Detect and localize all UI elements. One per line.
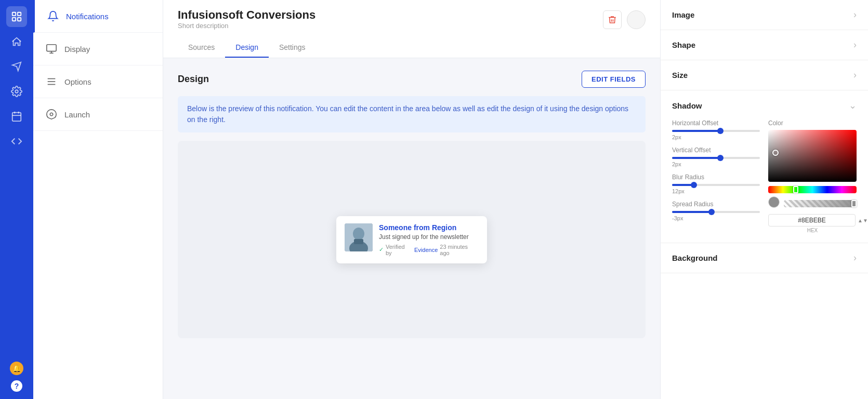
svg-rect-19 — [354, 239, 363, 244]
spread-radius-label: Spread Radius — [672, 201, 760, 208]
hue-thumb — [793, 186, 798, 193]
toggle-button[interactable] — [627, 10, 646, 29]
hex-label: HEX — [768, 228, 857, 233]
background-chevron-icon: › — [853, 252, 857, 263]
sidebar-item-launch[interactable]: Launch — [33, 98, 163, 131]
svg-rect-5 — [12, 113, 21, 122]
verified-check-icon: ✓ — [379, 246, 384, 253]
sidebar-nav: 🔔 ? — [0, 0, 33, 399]
image-section-header[interactable]: Image › — [672, 9, 857, 20]
horizontal-offset-label: Horizontal Offset — [672, 119, 760, 127]
svg-point-17 — [353, 228, 364, 240]
background-section: Background › — [661, 243, 868, 273]
horizontal-offset-slider[interactable] — [672, 130, 760, 132]
shape-section-title: Shape — [672, 41, 695, 49]
tab-sources[interactable]: Sources — [178, 38, 225, 58]
sidebar-item-display[interactable]: Display — [33, 33, 163, 65]
spread-radius-value: -3px — [672, 215, 760, 221]
shadow-chevron-icon: ⌄ — [849, 100, 857, 111]
svg-rect-3 — [18, 18, 21, 21]
page-title: Infusionsoft Conversions — [178, 8, 315, 22]
svg-rect-0 — [12, 12, 16, 16]
svg-rect-1 — [18, 12, 21, 16]
design-section-title: Design — [178, 74, 209, 85]
tab-design[interactable]: Design — [225, 38, 269, 58]
main-content: Infusionsoft Conversions Short descripti… — [163, 0, 660, 399]
color-picker: Color ▲▼ HEX — [768, 119, 857, 233]
sidebar-item-launch-label: Launch — [64, 110, 90, 119]
tabs: Sources Design Settings — [178, 38, 646, 58]
shadow-section-title: Shadow — [672, 101, 702, 110]
spread-radius-slider[interactable] — [672, 211, 760, 213]
edit-fields-button[interactable]: EDIT FIELDS — [582, 71, 646, 88]
verified-by: Evidence — [414, 247, 438, 253]
image-section-title: Image — [672, 10, 694, 19]
info-banner: Below is the preview of this notificatio… — [178, 96, 646, 132]
home-icon[interactable] — [6, 31, 27, 52]
color-cursor — [772, 150, 779, 156]
shadow-controls: Horizontal Offset 2px Vertical Offset 2p… — [672, 119, 760, 233]
svg-rect-9 — [47, 45, 56, 51]
opacity-bar[interactable] — [784, 200, 857, 207]
sidebar-item-options[interactable]: Options — [33, 65, 163, 98]
gear-icon[interactable] — [6, 81, 27, 102]
design-area: Design EDIT FIELDS Below is the preview … — [163, 58, 660, 399]
time-ago: 23 minutes ago — [440, 244, 479, 256]
background-section-header[interactable]: Background › — [672, 252, 857, 263]
notification-name: Someone from Region — [379, 223, 479, 232]
shape-chevron-icon: › — [853, 39, 857, 50]
notification-bell-icon[interactable]: 🔔 — [10, 362, 23, 375]
sidebar-menu: Notifications Display Options Launch — [33, 0, 163, 399]
hue-bar[interactable] — [768, 186, 857, 193]
image-section: Image › — [661, 0, 868, 30]
hex-arrows[interactable]: ▲▼ — [858, 218, 868, 223]
calendar-icon[interactable] — [6, 106, 27, 127]
size-section: Size › — [661, 60, 868, 90]
sidebar-item-display-label: Display — [64, 45, 90, 54]
vertical-offset-slider[interactable] — [672, 157, 760, 159]
preview-area: Someone from Region Just signed up for t… — [178, 141, 646, 338]
content-header: Infusionsoft Conversions Short descripti… — [163, 0, 660, 58]
shadow-section: Shadow ⌄ Horizontal Offset 2px Vertical … — [661, 90, 868, 243]
opacity-thumb — [851, 200, 857, 207]
tab-settings[interactable]: Settings — [269, 38, 316, 58]
vertical-offset-value: 2px — [672, 161, 760, 167]
hex-row: ▲▼ — [768, 214, 857, 227]
shape-section-header[interactable]: Shape › — [672, 39, 857, 50]
image-chevron-icon: › — [853, 9, 857, 20]
blur-radius-label: Blur Radius — [672, 174, 760, 181]
shape-section: Shape › — [661, 30, 868, 60]
color-gradient[interactable] — [768, 130, 857, 182]
blur-radius-slider[interactable] — [672, 184, 760, 186]
size-chevron-icon: › — [853, 70, 857, 81]
sidebar-item-notifications[interactable]: Notifications — [33, 0, 163, 33]
background-section-title: Background — [672, 254, 718, 262]
avatar — [345, 223, 373, 251]
sidebar-item-notifications-label: Notifications — [66, 12, 109, 21]
notification-card: Someone from Region Just signed up for t… — [336, 216, 487, 263]
size-section-header[interactable]: Size › — [672, 70, 857, 81]
color-swatch — [768, 196, 780, 208]
delete-button[interactable] — [603, 10, 622, 29]
megaphone-icon[interactable] — [6, 56, 27, 77]
grid-icon[interactable] — [6, 6, 27, 27]
svg-point-15 — [50, 113, 53, 116]
size-section-title: Size — [672, 71, 688, 79]
svg-rect-2 — [12, 18, 16, 21]
color-label: Color — [768, 119, 857, 127]
help-icon[interactable]: ? — [10, 379, 23, 393]
page-subtitle: Short description — [178, 22, 315, 30]
verified-prefix: Verified by — [386, 244, 412, 256]
code-icon[interactable] — [6, 131, 27, 152]
notification-action: Just signed up for the newsletter — [379, 233, 479, 241]
shadow-section-header[interactable]: Shadow ⌄ — [672, 100, 857, 111]
vertical-offset-label: Vertical Offset — [672, 147, 760, 154]
sidebar-item-options-label: Options — [64, 77, 91, 86]
hex-input[interactable] — [768, 214, 856, 227]
blur-radius-value: 12px — [672, 188, 760, 194]
notification-verified: ✓ Verified by Evidence 23 minutes ago — [379, 244, 479, 256]
horizontal-offset-value: 2px — [672, 134, 760, 140]
right-panel: Image › Shape › Size › Shadow ⌄ Horizont… — [660, 0, 868, 399]
svg-point-4 — [15, 90, 18, 93]
